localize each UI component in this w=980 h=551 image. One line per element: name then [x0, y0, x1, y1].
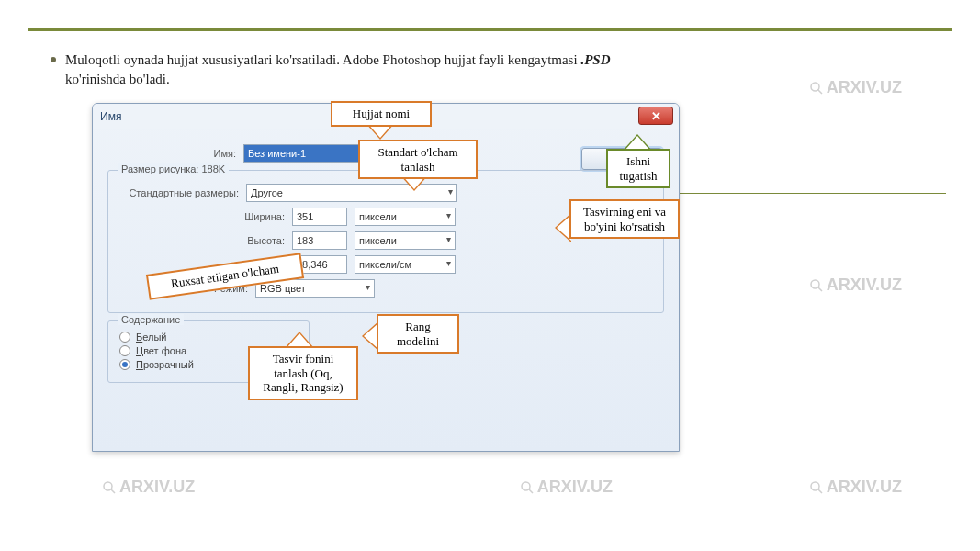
close-button[interactable]: ✕ [638, 107, 673, 125]
height-label: Высота: [211, 235, 285, 246]
callout-finish: Ishni tugatish [606, 149, 670, 188]
callout-background: Tasvir fonini tanlash (Oq, Rangli, Rangs… [248, 346, 358, 400]
width-unit-dropdown[interactable]: пиксели [355, 208, 456, 226]
callout-standard-size: Standart o'lcham tanlash [358, 140, 478, 179]
height-input[interactable]: 183 [292, 231, 347, 250]
radio-white[interactable]: Белый [119, 332, 298, 343]
resolution-unit-dropdown[interactable]: пиксели/см [355, 255, 456, 274]
width-input[interactable]: 351 [292, 208, 347, 226]
name-label: Имя: [107, 148, 236, 159]
radio-icon [119, 332, 130, 343]
height-unit-dropdown[interactable]: пиксели [355, 231, 456, 250]
callout-color-model: Rang modelini [377, 314, 459, 354]
content-legend: Содержание [118, 314, 184, 325]
radio-icon [119, 359, 130, 370]
dialog-title: Имя [100, 110, 121, 123]
bullet-icon [51, 57, 56, 62]
width-label: Ширина: [211, 211, 285, 222]
preset-label: Стандартные размеры: [119, 187, 239, 198]
bullet-text: Muloqotli oynada hujjat xususiyatlari ko… [65, 51, 616, 89]
callout-width-height: Tasvirning eni va bo'yini ko'rsatish [569, 199, 680, 239]
callout-document-name: Hujjat nomi [331, 101, 432, 127]
bullet-point: Muloqotli oynada hujjat xususiyatlari ko… [51, 51, 929, 89]
size-legend: Размер рисунка: 188K [118, 163, 229, 174]
radio-icon [119, 345, 130, 356]
close-icon: ✕ [651, 109, 661, 123]
